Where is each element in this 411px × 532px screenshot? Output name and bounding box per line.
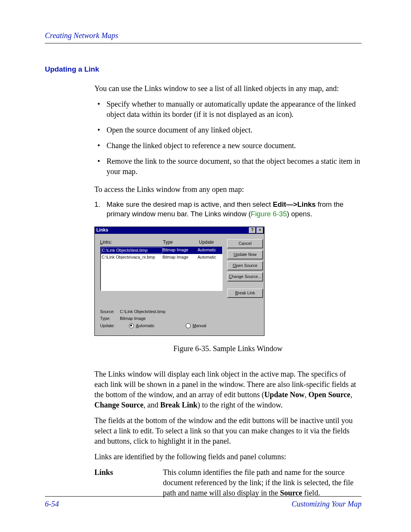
dialog-titlebar: Links ? × bbox=[95, 227, 264, 234]
list-item-path: C:\Link Objects\vaca_rx.bmp bbox=[102, 254, 162, 260]
step-1: 1. Make sure the desired map is active, … bbox=[94, 200, 362, 219]
dialog-button-column: Cancel Update Now Open Source Change Sou… bbox=[227, 239, 263, 300]
running-header: Creating Network Maps bbox=[45, 30, 362, 43]
close-button[interactable]: × bbox=[256, 227, 263, 233]
list-item-type: Bitmap Image bbox=[162, 247, 198, 254]
body-block: You can use the Links window to see a li… bbox=[94, 83, 362, 498]
source-label: Source: bbox=[100, 309, 120, 315]
step-text-post: ) opens. bbox=[287, 210, 312, 218]
after-paragraph-1: The Links window will display each link … bbox=[94, 369, 362, 410]
radio-dot-icon bbox=[186, 323, 191, 328]
list-item[interactable]: C:\Link Objects\vaca_rx.bmp Bitmap Image… bbox=[100, 254, 222, 260]
bullet-item: Specify whether to manually or automatic… bbox=[94, 99, 362, 120]
break-link-button[interactable]: Break Link bbox=[227, 289, 263, 298]
dialog-body: Links: Type Update C:\Link Objects\test.… bbox=[95, 234, 264, 305]
list-item[interactable]: C:\Link Objects\test.bmp Bitmap Image Au… bbox=[100, 247, 222, 254]
type-col-header: Type bbox=[163, 239, 199, 245]
update-now-button[interactable]: Update Now bbox=[227, 250, 263, 259]
menu-path: Edit—>Links bbox=[273, 200, 316, 208]
after-paragraph-2: The fields at the bottom of the window a… bbox=[94, 415, 362, 446]
page-footer: 6-54 Customizing Your Map bbox=[45, 496, 362, 509]
access-paragraph: To access the Links window from any open… bbox=[94, 184, 362, 195]
after-paragraph-3: Links are identified by the following fi… bbox=[94, 452, 362, 462]
links-col-header: Links: bbox=[100, 239, 163, 245]
radio-dot-icon bbox=[129, 323, 134, 328]
list-item-type: Bitmap Image bbox=[162, 254, 198, 260]
dialog-title: Links bbox=[96, 227, 248, 233]
figure-reference[interactable]: Figure 6-35 bbox=[251, 210, 287, 218]
page-number: 6-54 bbox=[45, 499, 292, 509]
update-label: Update: bbox=[100, 323, 120, 329]
dialog-fields: Source: C:\Link Objects\test.bmp Type: B… bbox=[95, 305, 264, 336]
footer-title: Customizing Your Map bbox=[292, 499, 362, 509]
bullet-item: Change the linked object to reference a … bbox=[94, 141, 362, 151]
page: Creating Network Maps Updating a Link Yo… bbox=[0, 0, 411, 532]
list-item-path: C:\Link Objects\test.bmp bbox=[102, 247, 162, 254]
bullet-item: Remove the link to the source document, … bbox=[94, 156, 362, 177]
definition-term: Links bbox=[94, 467, 163, 498]
list-headers: Links: Type Update bbox=[100, 239, 223, 245]
definition-description: This column identifies the file path and… bbox=[163, 467, 362, 498]
links-listbox[interactable]: C:\Link Objects\test.bmp Bitmap Image Au… bbox=[100, 246, 223, 291]
automatic-radio[interactable]: Automatic bbox=[129, 323, 155, 329]
manual-radio[interactable]: Manual bbox=[186, 323, 206, 329]
open-source-button[interactable]: Open Source bbox=[227, 261, 263, 270]
dialog-left-pane: Links: Type Update C:\Link Objects\test.… bbox=[100, 239, 223, 300]
update-radio-group: Automatic Manual bbox=[120, 323, 225, 329]
figure-caption: Figure 6-35. Sample Links Window bbox=[94, 343, 362, 354]
links-dialog: Links ? × Links: Type Update C:\Link Obj… bbox=[94, 227, 264, 336]
source-value: C:\Link Objects\test.bmp bbox=[120, 309, 166, 315]
help-button[interactable]: ? bbox=[249, 227, 256, 233]
bullet-item: Open the source document of any linked o… bbox=[94, 125, 362, 135]
change-source-button[interactable]: Change Source... bbox=[227, 272, 263, 281]
update-col-header: Update bbox=[199, 239, 223, 245]
type-label: Type: bbox=[100, 316, 120, 321]
section-heading: Updating a Link bbox=[45, 64, 362, 74]
step-number: 1. bbox=[94, 200, 100, 209]
bullet-list: Specify whether to manually or automatic… bbox=[94, 99, 362, 177]
list-item-update: Automatic bbox=[198, 254, 221, 260]
step-text-pre: Make sure the desired map is active, and… bbox=[107, 200, 273, 208]
list-item-update: Automatic bbox=[198, 247, 221, 254]
type-value: Bitmap Image bbox=[120, 316, 146, 321]
intro-paragraph: You can use the Links window to see a li… bbox=[94, 83, 362, 94]
definition-row: Links This column identifies the file pa… bbox=[94, 467, 362, 498]
cancel-button[interactable]: Cancel bbox=[227, 239, 263, 248]
